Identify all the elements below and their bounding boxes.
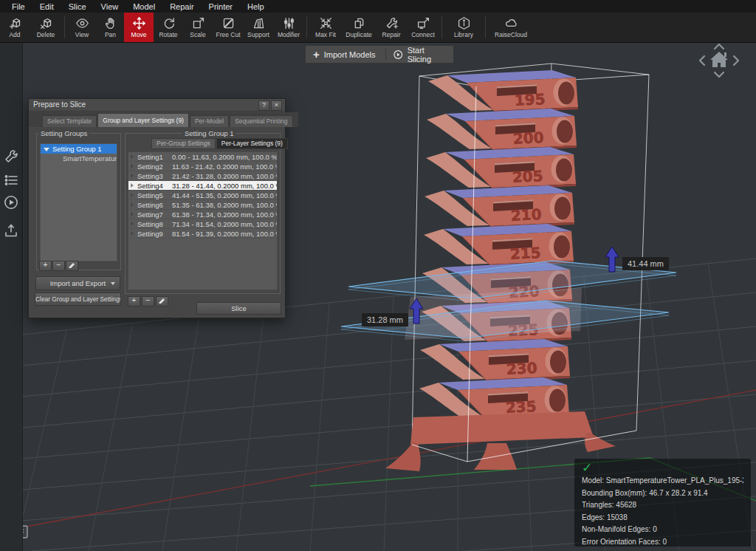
setting-group-node[interactable]: Setting Group 1	[41, 144, 117, 154]
model-info-panel: ✓ Model: SmartTemperatureTower_PLA_Plus_…	[574, 459, 751, 547]
dialog-titlebar[interactable]: Prepare to Slice ? ×	[29, 99, 285, 112]
tab-sequential-printing[interactable]: Sequential Printing	[230, 115, 292, 127]
library-button[interactable]: Library	[444, 13, 483, 42]
move-icon	[132, 16, 146, 30]
connect-button[interactable]: Connect	[407, 13, 439, 42]
menu-edit[interactable]: Edit	[32, 2, 61, 11]
view-button[interactable]: View	[67, 13, 97, 42]
dropdown-arrow-icon	[111, 282, 115, 285]
edit-group-button[interactable]	[66, 261, 78, 271]
repair-button[interactable]: Repair	[376, 13, 407, 42]
layer-setting-row[interactable]: Setting761.38 - 71.34, 0.2000 mm, 100.0 …	[128, 210, 277, 219]
row-expand-icon[interactable]	[131, 202, 134, 207]
layer-setting-row[interactable]: Setting321.42 - 31.28, 0.2000 mm, 100.0 …	[128, 171, 277, 181]
setting-group-model-child[interactable]: SmartTemperatureTo...	[41, 154, 117, 163]
toolbar-separator	[306, 16, 307, 38]
non-manifold-line: Non-Manifold Edges: 0	[582, 524, 743, 536]
cloud-icon	[504, 16, 518, 30]
row-expand-icon[interactable]	[131, 231, 134, 236]
menu-slice[interactable]: Slice	[61, 2, 94, 11]
connect-icon	[416, 16, 430, 30]
settings-wrench-icon[interactable]	[3, 148, 19, 165]
layer-setting-row[interactable]: Setting211.63 - 21.42, 0.2000 mm, 100.0 …	[128, 162, 277, 171]
pencil-icon	[68, 261, 76, 268]
svg-text:215: 215	[509, 244, 541, 263]
menu-printer[interactable]: Printer	[202, 2, 240, 11]
edit-layer-setting-button[interactable]	[156, 296, 168, 307]
free-cut-button[interactable]: Free Cut	[213, 13, 244, 42]
prepare-to-slice-dialog: Prepare to Slice ? × Select Template Gro…	[28, 98, 286, 318]
home-icon[interactable]	[710, 52, 728, 67]
layer-setting-row-selected[interactable]: Setting431.28 - 41.44, 0.2000 mm, 100.0 …	[128, 181, 277, 191]
import-models-button[interactable]: + Import Models	[306, 46, 385, 63]
triangles-line: Triangles: 45628	[582, 499, 743, 512]
setting-groups-box-label: Setting Groups	[38, 129, 89, 137]
bounding-box-line: Bounding Box(mm): 46.7 x 28.2 x 91.4	[582, 487, 743, 500]
layer-setting-row[interactable]: Setting541.44 - 51.35, 0.2000 mm, 100.0 …	[128, 191, 277, 200]
expand-caret-icon[interactable]	[44, 148, 49, 151]
export-upload-icon[interactable]	[3, 222, 19, 239]
menu-help[interactable]: Help	[240, 2, 272, 11]
row-expand-icon[interactable]	[131, 193, 134, 197]
import-export-button[interactable]: Import and Export	[35, 276, 120, 290]
nav-right-chevron[interactable]	[734, 56, 738, 65]
layer-setting-row[interactable]: Setting871.34 - 81.54, 0.2000 mm, 100.0 …	[128, 219, 277, 229]
remove-layer-setting-button[interactable]: −	[142, 296, 154, 307]
menu-model[interactable]: Model	[126, 2, 162, 11]
raisecloud-button[interactable]: RaiseCloud	[488, 13, 534, 42]
view-navigation-control[interactable]	[694, 41, 756, 86]
tab-per-layer-settings[interactable]: Per-Layer Settings (9)	[216, 138, 288, 149]
menu-view[interactable]: View	[94, 2, 126, 11]
add-button[interactable]: Add	[0, 13, 30, 42]
tab-per-model[interactable]: Per-Model	[190, 115, 229, 127]
clear-group-layer-settings-button[interactable]: Clear Group and Layer Settings	[35, 292, 121, 306]
row-expand-icon[interactable]	[131, 183, 134, 188]
row-expand-icon[interactable]	[131, 154, 134, 159]
error-orientation-line: Error Orientation Faces: 0	[582, 536, 743, 549]
scale-icon	[191, 16, 205, 30]
modifier-button[interactable]: Modifier	[273, 13, 304, 42]
nav-left-chevron[interactable]	[700, 56, 704, 65]
model-name-line: Model: SmartTemperatureTower_PLA_Plus_19…	[582, 475, 743, 487]
play-circle-icon[interactable]	[3, 194, 19, 211]
max-fit-button[interactable]: Max Fit	[309, 13, 342, 42]
layer-setting-row[interactable]: Setting651.35 - 61.38, 0.2000 mm, 100.0 …	[128, 200, 277, 210]
dialog-help-button[interactable]: ?	[258, 100, 269, 111]
remove-group-button[interactable]: −	[52, 261, 65, 271]
svg-text:200: 200	[512, 129, 544, 148]
nav-up-chevron[interactable]	[715, 44, 724, 49]
layer-setting-row[interactable]: Setting981.54 - 91.39, 0.2000 mm, 100.0 …	[128, 229, 277, 239]
add-group-button[interactable]: +	[39, 261, 52, 271]
slice-button[interactable]: Slice	[196, 302, 281, 315]
max-fit-icon	[319, 16, 333, 30]
menu-repair[interactable]: Repair	[162, 2, 201, 11]
delete-button[interactable]: Delete	[30, 13, 62, 42]
delete-cube-icon	[39, 16, 53, 30]
start-slicing-button[interactable]: Start Slicing	[386, 46, 453, 63]
add-layer-setting-button[interactable]: +	[128, 296, 140, 307]
pan-button[interactable]: Pan	[97, 13, 124, 42]
layer-setting-row[interactable]: Setting10.00 - 11.63, 0.2000 mm, 100.0 %	[128, 152, 277, 162]
duplicate-button[interactable]: Duplicate	[342, 13, 376, 42]
move-button[interactable]: Move	[124, 13, 154, 42]
list-icon[interactable]	[3, 172, 19, 188]
toolbar-separator	[64, 16, 65, 38]
tab-group-layer-settings[interactable]: Group and Layer Settings (9)	[97, 113, 189, 127]
setting-groups-tree[interactable]: Setting Group 1 SmartTemperatureTo...	[40, 143, 117, 261]
app-window: { "menubar": {"items": ["File","Edit","S…	[0, 0, 756, 551]
rotate-button[interactable]: Rotate	[154, 13, 183, 42]
lower-plane-height-label: 31.28 mm	[362, 313, 408, 326]
dialog-close-button[interactable]: ×	[271, 100, 282, 111]
scale-button[interactable]: Scale	[183, 13, 213, 42]
menu-file[interactable]: File	[4, 2, 32, 11]
row-expand-icon[interactable]	[131, 212, 134, 216]
row-expand-icon[interactable]	[131, 164, 134, 168]
row-expand-icon[interactable]	[131, 222, 134, 226]
tab-select-template[interactable]: Select Template	[42, 115, 97, 127]
nav-down-chevron[interactable]	[715, 72, 724, 77]
dialog-title: Prepare to Slice	[33, 100, 86, 109]
support-button[interactable]: Support	[244, 13, 273, 42]
row-expand-icon[interactable]	[131, 174, 134, 178]
tab-per-group-settings[interactable]: Per-Group Settings	[151, 138, 216, 149]
layer-settings-list[interactable]: Setting10.00 - 11.63, 0.2000 mm, 100.0 %…	[128, 151, 278, 290]
